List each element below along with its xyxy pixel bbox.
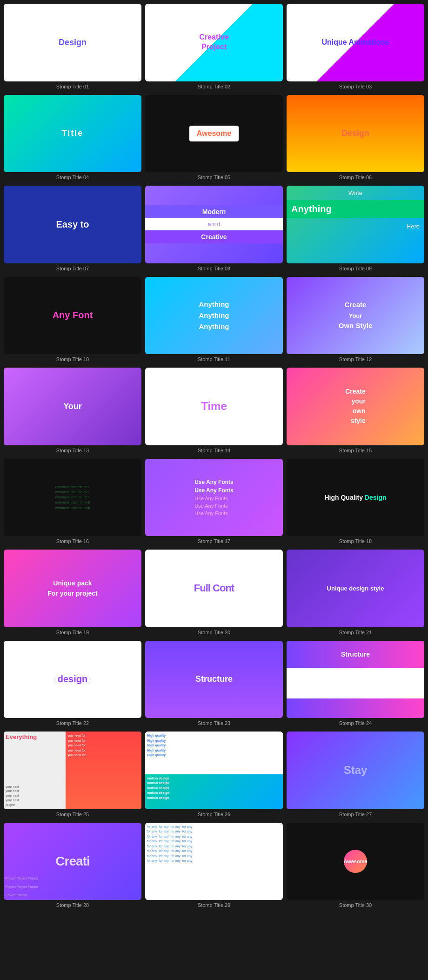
- tile-1-label: Stomp Title 01: [56, 84, 89, 89]
- tile-7-content: Easy to: [56, 219, 89, 230]
- tile-8-mid: a n d: [145, 218, 283, 230]
- tile-14[interactable]: Time Stomp Title 14: [145, 368, 283, 455]
- tile-12[interactable]: CreateYourOwn Style Stomp Title 12: [287, 277, 424, 364]
- tile-3[interactable]: Unique Animations Stomp Title 03: [287, 4, 424, 91]
- tile-10-label: Stomp Title 10: [56, 356, 89, 362]
- tile-13-label: Stomp Title 13: [56, 448, 89, 453]
- tile-24-top-bar: Structure: [287, 641, 424, 668]
- tile-25-left: Everything your nextyour nextyour nextyo…: [4, 732, 66, 809]
- tile-17[interactable]: Use Any Fonts Use Any Fonts Use Any Font…: [145, 459, 283, 546]
- tile-11-preview: AnythingAnythingAnything: [145, 277, 283, 355]
- tile-22-content: design: [58, 674, 87, 685]
- tile-3-content: Unique Animations: [321, 38, 389, 47]
- tile-1[interactable]: Design Stomp Title 01: [4, 4, 141, 91]
- tile-17-label: Stomp Title 17: [198, 538, 230, 544]
- tile-25-preview: Everything your nextyour nextyour nextyo…: [4, 732, 141, 809]
- tile-24-bot-bar: [287, 698, 424, 718]
- tile-19[interactable]: Unique packFor your project Stomp Title …: [4, 550, 141, 637]
- tile-21[interactable]: Unique design style Stomp Title 21: [287, 550, 424, 637]
- tile-8[interactable]: Modern a n d Creative Stomp Title 08: [145, 186, 283, 273]
- tile-2-content: CreativeProject: [199, 33, 228, 52]
- tile-30-label: Stomp Title 30: [339, 902, 372, 908]
- tile-12-label: Stomp Title 12: [339, 356, 372, 362]
- tile-15[interactable]: Createyourownstyle Stomp Title 15: [287, 368, 424, 455]
- tile-29-label: Stomp Title 29: [198, 902, 230, 908]
- tile-13-content: Your: [63, 402, 82, 411]
- tile-27[interactable]: Stay Stomp Title 27: [287, 732, 424, 819]
- tile-14-preview: Time: [145, 368, 283, 445]
- tile-6[interactable]: Design Stomp Title 06: [287, 95, 424, 182]
- tile-19-content: Unique packFor your project: [47, 578, 97, 599]
- tile-28[interactable]: Creati Project Project ProjectProject Pr…: [4, 823, 141, 910]
- tile-8-inner: Modern a n d Creative: [145, 205, 283, 243]
- tile-7-preview: Easy to: [4, 186, 141, 263]
- tile-28-preview: Creati Project Project ProjectProject Pr…: [4, 823, 141, 900]
- tile-4[interactable]: Title Stomp Title 04: [4, 95, 141, 182]
- tile-16-label: Stomp Title 16: [56, 538, 89, 544]
- tile-30-content: Awesome: [343, 859, 367, 864]
- tile-20-preview: Full Cont: [145, 550, 283, 627]
- tile-21-content: Unique design style: [325, 583, 386, 594]
- tile-27-preview: Stay: [287, 732, 424, 809]
- tile-15-preview: Createyourownstyle: [287, 368, 424, 445]
- tile-23-label: Stomp Title 23: [198, 720, 230, 726]
- tile-30-preview: Awesome: [287, 823, 424, 900]
- tile-5[interactable]: Awesome Stomp Title 05: [145, 95, 283, 182]
- tile-25[interactable]: Everything your nextyour nextyour nextyo…: [4, 732, 141, 819]
- tile-17-preview: Use Any Fonts Use Any Fonts Use Any Font…: [145, 459, 283, 537]
- tile-15-label: Stomp Title 15: [339, 448, 372, 453]
- tile-12-inner: CreateYourOwn Style: [339, 300, 373, 331]
- tile-26[interactable]: High qualityHigh qualityHigh qualityHigh…: [145, 732, 283, 819]
- tile-16[interactable]: extended motion ctrlextended motion ctrl…: [4, 459, 141, 546]
- tile-15-inner: Createyourownstyle: [341, 383, 369, 430]
- tile-20[interactable]: Full Cont Stomp Title 20: [145, 550, 283, 637]
- tile-3-preview: Unique Animations: [287, 4, 424, 81]
- tile-7-label: Stomp Title 07: [56, 266, 89, 271]
- tile-10[interactable]: Any Font Stomp Title 10: [4, 277, 141, 364]
- tile-29-preview: for any for any for any for any for any …: [145, 823, 283, 900]
- tile-18[interactable]: High Quality Design Stomp Title 18: [287, 459, 424, 546]
- tile-25-right-text: you need foryou need foryou need foryou …: [67, 733, 140, 758]
- tile-10-preview: Any Font: [4, 277, 141, 355]
- tile-24[interactable]: Structure Stomp Title 24: [287, 641, 424, 728]
- tile-28-sub: Project Project ProjectProject Project P…: [4, 871, 141, 900]
- tile-11-inner: AnythingAnythingAnything: [199, 299, 229, 332]
- tile-8-bot: Creative: [145, 230, 283, 243]
- tile-5-preview: Awesome: [145, 95, 283, 173]
- tile-14-label: Stomp Title 14: [198, 448, 230, 453]
- tile-16-preview: extended motion ctrlextended motion ctrl…: [4, 459, 141, 537]
- tile-17-line3: Use Any Fonts: [194, 496, 228, 501]
- tile-12-content: CreateYourOwn Style: [339, 300, 373, 331]
- tile-29-content: for any for any for any for any for any …: [145, 823, 194, 866]
- tile-9-preview: Write Anything Here: [287, 186, 424, 263]
- tile-24-content: Structure: [341, 651, 370, 658]
- tile-1-content: Design: [59, 38, 87, 47]
- tile-29[interactable]: for any for any for any for any for any …: [145, 823, 283, 910]
- tile-6-preview: Design: [287, 95, 424, 173]
- tile-1-preview: Design: [4, 4, 141, 81]
- tile-26-label: Stomp Title 26: [198, 812, 230, 817]
- tile-5-inner: Awesome: [189, 126, 239, 141]
- tile-11[interactable]: AnythingAnythingAnything Stomp Title 11: [145, 277, 283, 364]
- tile-7[interactable]: Easy to Stomp Title 07: [4, 186, 141, 273]
- tile-30[interactable]: Awesome Stomp Title 30: [287, 823, 424, 910]
- tile-16-content: extended motion ctrlextended motion ctrl…: [55, 484, 90, 510]
- tile-13[interactable]: Your Stomp Title 13: [4, 368, 141, 455]
- tile-19-label: Stomp Title 19: [56, 630, 89, 635]
- tile-4-label: Stomp Title 04: [56, 175, 89, 180]
- tile-19-inner: Unique packFor your project: [47, 578, 97, 599]
- tile-12-preview: CreateYourOwn Style: [287, 277, 424, 355]
- tile-27-content: Stay: [344, 764, 368, 777]
- tile-2[interactable]: CreativeProject Stomp Title 02: [145, 4, 283, 91]
- tile-6-content: Design: [341, 128, 369, 138]
- tile-28-main: Creati: [55, 854, 89, 869]
- tile-8-preview: Modern a n d Creative: [145, 186, 283, 263]
- tile-23-content: Structure: [195, 674, 233, 684]
- tile-23[interactable]: Structure Stomp Title 23: [145, 641, 283, 728]
- tile-19-preview: Unique packFor your project: [4, 550, 141, 627]
- tile-17-inner: Use Any Fonts Use Any Fonts Use Any Font…: [191, 475, 237, 520]
- tile-28-sub-text: Project Project ProjectProject Project P…: [6, 877, 38, 897]
- tile-9[interactable]: Write Anything Here Stomp Title 09: [287, 186, 424, 273]
- tile-8-label: Stomp Title 08: [198, 266, 230, 271]
- tile-22[interactable]: create design Stomp Title 22: [4, 641, 141, 728]
